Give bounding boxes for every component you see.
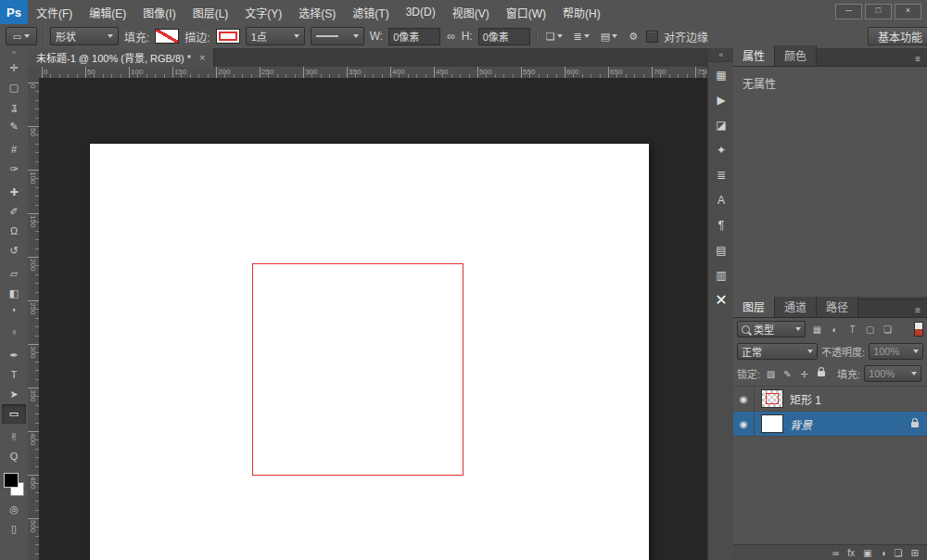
gradient-tool[interactable]: ◧ <box>2 284 26 303</box>
adjustments-panel-icon[interactable]: ▦ <box>708 62 734 87</box>
fill-opacity-select[interactable]: 100% <box>864 365 921 382</box>
quick-selection-tool[interactable]: ✎ <box>2 117 26 136</box>
layer-filter-type-select[interactable]: 类型 <box>737 321 806 337</box>
adjustment-layer-icon[interactable]: ◑ <box>880 549 885 558</box>
tool-mode-select[interactable]: 形状 <box>50 27 119 45</box>
lock-all-icon[interactable] <box>814 367 828 380</box>
stroke-type-select[interactable] <box>311 27 364 45</box>
layer-mask-icon[interactable]: ▣ <box>863 549 871 558</box>
workspace-switcher-button[interactable]: 基本功能 <box>868 27 927 45</box>
document-canvas[interactable] <box>90 144 649 560</box>
eraser-tool[interactable]: ▱ <box>2 264 26 284</box>
path-arrangement-button[interactable]: ▤ <box>598 28 620 45</box>
lasso-tool[interactable]: ʓ <box>2 97 26 117</box>
height-input[interactable]: 0像素 <box>478 28 530 45</box>
link-dimensions-icon[interactable]: ∞ <box>446 30 456 43</box>
layers-tab-paths[interactable]: 路径 <box>817 297 858 317</box>
new-layer-icon[interactable]: ⊞ <box>910 549 918 558</box>
dodge-tool[interactable]: ♀ <box>2 323 26 342</box>
screen-mode[interactable]: ▯ <box>2 519 26 539</box>
close-tab-icon[interactable]: × <box>199 52 205 63</box>
opacity-select[interactable]: 100% <box>869 343 923 360</box>
width-input[interactable]: 0像素 <box>388 28 440 45</box>
notes-panel-icon[interactable]: ▥ <box>708 262 734 287</box>
eyedropper-tool[interactable]: ✑ <box>2 159 26 179</box>
menu-window[interactable]: 窗口(W) <box>498 0 554 24</box>
clone-source-panel-icon[interactable]: ≣ <box>708 162 734 187</box>
layers-tab-layers[interactable]: 图层 <box>733 297 775 317</box>
geometry-options-button[interactable]: ⚙ <box>626 28 641 45</box>
expand-dock-icon[interactable]: « <box>708 48 734 62</box>
layer-effects-icon[interactable]: fx <box>847 549 855 558</box>
layer-filter-toggle[interactable] <box>914 322 923 337</box>
rectangle-tool[interactable]: ▭ <box>2 404 26 424</box>
layer-comps-panel-icon[interactable]: ▤ <box>708 237 734 262</box>
minimize-button[interactable]: ─ <box>835 4 862 19</box>
maximize-button[interactable]: □ <box>865 4 892 19</box>
visibility-toggle[interactable]: ◉ <box>733 412 755 436</box>
lock-transparency-icon[interactable]: ▨ <box>764 367 778 380</box>
filter-smart-objects-icon[interactable]: ❏ <box>880 322 895 337</box>
brush-tool[interactable]: ✐ <box>2 202 26 222</box>
props-tab-properties[interactable]: 属性 <box>733 45 775 66</box>
rectangular-marquee-tool[interactable]: ▢ <box>2 78 26 97</box>
actions-panel-icon[interactable]: ▶ <box>708 87 734 112</box>
props-panel-menu-icon[interactable]: ≡ <box>915 54 927 66</box>
pen-tool[interactable]: ✒ <box>2 346 26 365</box>
menu-view[interactable]: 视图(V) <box>444 0 498 24</box>
menu-filter[interactable]: 滤镜(T) <box>344 0 397 24</box>
menu-file[interactable]: 文件(F) <box>28 0 81 24</box>
hand-tool[interactable]: ✌ <box>2 427 26 447</box>
path-operations-button[interactable]: ❏ <box>543 28 565 45</box>
blur-tool[interactable]: ❜ <box>2 303 26 323</box>
character-panel-icon[interactable]: A <box>708 187 734 212</box>
path-selection-tool[interactable]: ➤ <box>2 385 26 404</box>
quick-mask-mode[interactable]: ◎ <box>2 500 26 519</box>
fill-color-swatch[interactable] <box>155 29 179 44</box>
lock-pixels-icon[interactable]: ✎ <box>781 367 794 380</box>
foreground-color-swatch[interactable] <box>4 473 19 488</box>
toolbar-collapse-icon[interactable]: » <box>12 48 16 58</box>
layer-thumbnail[interactable] <box>761 389 783 408</box>
menu-layer[interactable]: 图层(L) <box>184 0 237 24</box>
path-alignment-button[interactable]: ≣ <box>571 28 592 45</box>
filter-adjustment-layers-icon[interactable]: ◐ <box>827 322 843 337</box>
layers-tab-channels[interactable]: 通道 <box>775 297 817 317</box>
filter-pixel-layers-icon[interactable]: ▦ <box>809 322 825 337</box>
styles-panel-icon[interactable]: ◪ <box>708 112 734 137</box>
link-layers-icon[interactable]: ∞ <box>832 549 839 558</box>
lock-position-icon[interactable]: ✛ <box>797 367 811 380</box>
visibility-toggle[interactable]: ◉ <box>733 387 755 411</box>
canvas-viewport[interactable] <box>39 78 707 560</box>
type-tool[interactable]: T <box>2 365 26 385</box>
layers-panel-menu-icon[interactable]: ≡ <box>915 305 927 317</box>
menu-image[interactable]: 图像(I) <box>134 0 184 24</box>
move-tool[interactable]: ✛ <box>2 58 26 78</box>
props-tab-color[interactable]: 颜色 <box>775 45 817 66</box>
history-brush-tool[interactable]: ↺ <box>2 241 26 261</box>
layer-thumbnail[interactable] <box>761 414 783 433</box>
menu-select[interactable]: 选择(S) <box>290 0 344 24</box>
color-wells[interactable] <box>3 473 25 496</box>
menu-edit[interactable]: 编辑(E) <box>81 0 134 24</box>
paragraph-panel-icon[interactable]: ¶ <box>708 212 734 237</box>
menu-type[interactable]: 文字(Y) <box>236 0 290 24</box>
close-button[interactable]: × <box>895 4 921 19</box>
blend-mode-select[interactable]: 正常 <box>737 343 818 360</box>
brush-presets-panel-icon[interactable]: ✦ <box>708 137 734 162</box>
new-group-icon[interactable]: ❏ <box>894 549 902 558</box>
align-edges-checkbox[interactable] <box>646 31 658 43</box>
clone-stamp-tool[interactable]: Ω <box>2 222 26 241</box>
menu-3d[interactable]: 3D(D) <box>398 0 444 24</box>
crop-tool[interactable]: # <box>2 140 26 159</box>
tool-preset-picker[interactable]: ▭ <box>6 27 37 45</box>
menu-help[interactable]: 帮助(H) <box>554 0 609 24</box>
stroke-color-swatch[interactable] <box>216 29 240 44</box>
filter-shape-layers-icon[interactable]: ▢ <box>862 322 878 337</box>
layer-row-background[interactable]: ◉背景 <box>733 412 927 437</box>
spot-healing-brush-tool[interactable]: ✚ <box>2 183 26 202</box>
zoom-tool[interactable]: Q <box>2 447 26 466</box>
close-x-panel-icon[interactable]: ✕ <box>708 287 734 312</box>
filter-type-layers-icon[interactable]: T <box>844 322 860 337</box>
layer-row-shape-1[interactable]: ◉矩形 1 <box>733 387 927 412</box>
